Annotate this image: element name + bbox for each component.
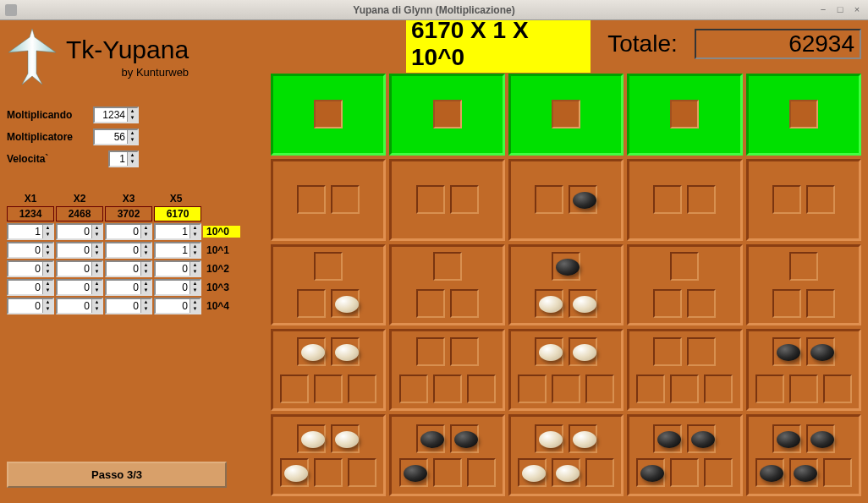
yupana-slot[interactable] xyxy=(585,458,614,487)
yupana-slot[interactable] xyxy=(636,375,665,403)
spin-up-icon[interactable]: ▲ xyxy=(92,225,102,232)
yupana-slot[interactable] xyxy=(450,424,479,453)
spin-down-icon[interactable]: ▼ xyxy=(190,287,200,294)
mult-cell-input[interactable] xyxy=(156,299,190,313)
yupana-slot[interactable] xyxy=(399,458,428,487)
close-button[interactable]: × xyxy=(851,4,863,16)
yupana-slot[interactable] xyxy=(331,424,360,453)
mult-cell-spinner[interactable]: ▲▼ xyxy=(154,242,201,259)
spin-up-icon[interactable]: ▲ xyxy=(141,262,151,269)
yupana-slot[interactable] xyxy=(297,424,326,453)
yupana-slot[interactable] xyxy=(636,458,665,487)
mult-cell-input[interactable] xyxy=(8,262,42,276)
spin-up-icon[interactable]: ▲ xyxy=(141,243,151,250)
spin-up-icon[interactable]: ▲ xyxy=(141,299,151,306)
yupana-slot[interactable] xyxy=(314,252,343,281)
yupana-slot[interactable] xyxy=(823,375,852,403)
spin-down-icon[interactable]: ▼ xyxy=(43,287,52,294)
mult-cell-input[interactable] xyxy=(156,281,190,294)
spin-down-icon[interactable]: ▼ xyxy=(128,159,137,166)
mult-cell-input[interactable] xyxy=(58,243,91,257)
spin-up-icon[interactable]: ▲ xyxy=(43,225,52,232)
spin-down-icon[interactable]: ▼ xyxy=(141,269,151,276)
mult-cell-spinner[interactable]: ▲▼ xyxy=(105,298,152,314)
yupana-slot[interactable] xyxy=(687,424,716,453)
yupana-slot[interactable] xyxy=(670,100,699,128)
spin-down-icon[interactable]: ▼ xyxy=(92,287,102,294)
spin-up-icon[interactable]: ▲ xyxy=(43,243,52,250)
mult-cell-input[interactable] xyxy=(107,281,140,294)
yupana-slot[interactable] xyxy=(297,185,326,214)
mult-cell-spinner[interactable]: ▲▼ xyxy=(7,279,54,296)
yupana-slot[interactable] xyxy=(348,458,376,487)
yupana-slot[interactable] xyxy=(653,337,682,366)
yupana-slot[interactable] xyxy=(297,289,326,318)
yupana-slot[interactable] xyxy=(789,375,818,403)
yupana-slot[interactable] xyxy=(687,289,716,318)
yupana-slot[interactable] xyxy=(552,252,580,281)
multiplier-spinner[interactable]: ▲▼ xyxy=(93,128,139,145)
yupana-slot[interactable] xyxy=(280,375,309,403)
spin-up-icon[interactable]: ▲ xyxy=(92,281,102,287)
yupana-slot[interactable] xyxy=(467,458,496,487)
yupana-slot[interactable] xyxy=(806,424,835,453)
yupana-slot[interactable] xyxy=(772,185,801,214)
mult-cell-spinner[interactable]: ▲▼ xyxy=(7,223,54,240)
mult-cell-spinner[interactable]: ▲▼ xyxy=(56,223,103,240)
mult-cell-input[interactable] xyxy=(107,243,140,257)
yupana-slot[interactable] xyxy=(535,337,563,366)
yupana-slot[interactable] xyxy=(569,424,597,453)
spin-down-icon[interactable]: ▼ xyxy=(43,250,52,257)
minimize-button[interactable]: − xyxy=(817,4,829,16)
mult-cell-input[interactable] xyxy=(8,225,42,238)
spin-down-icon[interactable]: ▼ xyxy=(190,250,200,257)
spin-up-icon[interactable]: ▲ xyxy=(43,299,52,306)
spin-down-icon[interactable]: ▼ xyxy=(141,287,151,294)
yupana-slot[interactable] xyxy=(450,337,479,366)
mult-cell-input[interactable] xyxy=(58,225,91,238)
spin-up-icon[interactable]: ▲ xyxy=(141,225,151,232)
yupana-slot[interactable] xyxy=(704,375,733,403)
spin-down-icon[interactable]: ▼ xyxy=(92,250,102,257)
yupana-slot[interactable] xyxy=(653,185,682,214)
mult-cell-spinner[interactable]: ▲▼ xyxy=(105,242,152,259)
spin-up-icon[interactable]: ▲ xyxy=(190,262,200,269)
mult-cell-spinner[interactable]: ▲▼ xyxy=(154,279,201,296)
mult-cell-input[interactable] xyxy=(8,281,42,294)
mult-cell-spinner[interactable]: ▲▼ xyxy=(56,260,103,277)
spin-up-icon[interactable]: ▲ xyxy=(128,108,137,115)
yupana-slot[interactable] xyxy=(416,424,445,453)
spin-up-icon[interactable]: ▲ xyxy=(190,299,200,306)
yupana-slot[interactable] xyxy=(450,289,479,318)
multiplicand-input[interactable] xyxy=(95,108,127,122)
yupana-slot[interactable] xyxy=(433,100,462,128)
mult-cell-spinner[interactable]: ▲▼ xyxy=(105,279,152,296)
mult-cell-spinner[interactable]: ▲▼ xyxy=(105,223,152,240)
yupana-slot[interactable] xyxy=(772,337,801,366)
spin-down-icon[interactable]: ▼ xyxy=(43,306,52,313)
yupana-slot[interactable] xyxy=(772,424,801,453)
step-button[interactable]: Passo 3/3 xyxy=(7,462,227,488)
spin-down-icon[interactable]: ▼ xyxy=(190,232,200,238)
yupana-slot[interactable] xyxy=(518,375,547,403)
mult-cell-input[interactable] xyxy=(156,262,190,276)
yupana-slot[interactable] xyxy=(331,337,360,366)
spin-down-icon[interactable]: ▼ xyxy=(128,137,137,144)
yupana-slot[interactable] xyxy=(670,252,699,281)
spin-down-icon[interactable]: ▼ xyxy=(128,115,137,122)
yupana-slot[interactable] xyxy=(314,100,343,128)
yupana-slot[interactable] xyxy=(755,458,784,487)
yupana-slot[interactable] xyxy=(789,100,818,128)
yupana-slot[interactable] xyxy=(687,337,716,366)
mult-cell-spinner[interactable]: ▲▼ xyxy=(154,298,201,314)
yupana-slot[interactable] xyxy=(416,337,445,366)
mult-cell-spinner[interactable]: ▲▼ xyxy=(56,279,103,296)
yupana-slot[interactable] xyxy=(467,375,496,403)
yupana-slot[interactable] xyxy=(670,375,699,403)
yupana-slot[interactable] xyxy=(552,375,580,403)
yupana-slot[interactable] xyxy=(314,375,343,403)
yupana-slot[interactable] xyxy=(789,458,818,487)
yupana-slot[interactable] xyxy=(416,289,445,318)
yupana-slot[interactable] xyxy=(687,185,716,214)
yupana-slot[interactable] xyxy=(569,289,597,318)
